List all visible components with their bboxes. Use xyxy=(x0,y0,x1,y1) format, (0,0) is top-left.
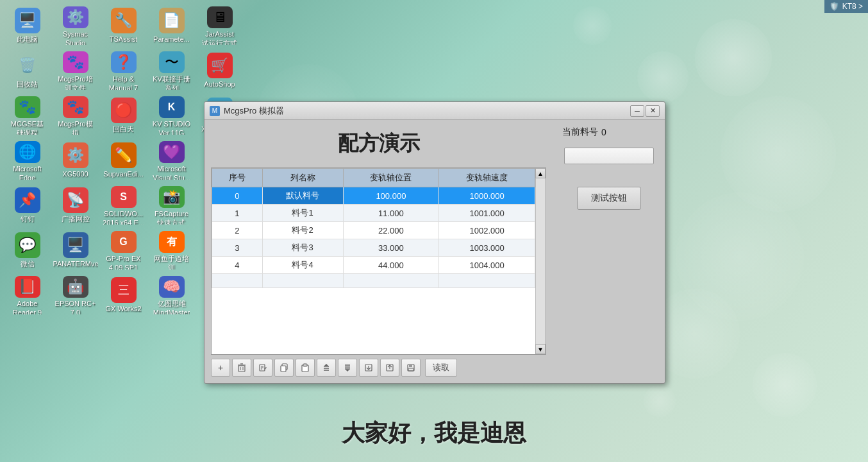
desktop-icon-guangbo[interactable]: 📡 广播网控 xyxy=(51,183,99,228)
save-button[interactable] xyxy=(401,359,421,377)
delete-button[interactable] xyxy=(232,359,251,377)
table-row-empty xyxy=(212,274,535,288)
desktop-icon-adobereader[interactable]: 📕 AdobeReader 9 xyxy=(3,273,51,318)
dialog-content: 配方演示 序号 列名称 变轨轴位置 变轨轴速度 xyxy=(204,120,665,383)
dialog-window: M McgsPro 模拟器 ─ ✕ 配方演示 序号 xyxy=(204,101,665,384)
import-button[interactable] xyxy=(380,359,399,377)
desktop-icon-mcgspro2[interactable]: 🐾 McgsPro培训文件 xyxy=(51,48,99,93)
desktop-icon-help[interactable]: ❓ Help &Manual 7 xyxy=(99,48,147,93)
table-row[interactable]: 4 料号4 44.000 1004.000 xyxy=(212,257,535,274)
mcgse-label: MCGSE基础课程 xyxy=(11,120,44,135)
close-button[interactable]: ✕ xyxy=(646,105,660,117)
minimize-button[interactable]: ─ xyxy=(630,105,644,117)
desktop-icon-solidworks[interactable]: S SOLIDWO...2016 x64 E... xyxy=(99,183,147,228)
desktop-icon-dingding[interactable]: 📌 钉钉 xyxy=(3,183,51,228)
back-label: 回白天 xyxy=(113,125,134,133)
desktop-icon-back[interactable]: 🔴 回白天 xyxy=(99,93,147,138)
read-button[interactable]: 读取 xyxy=(425,359,457,377)
table-row[interactable]: 3 料号3 33.000 1003.000 xyxy=(212,239,535,257)
desktop-icon-mcgse[interactable]: 🐾 MCGSE基础课程 xyxy=(3,93,51,138)
panasonic-icon: 🖥️ xyxy=(63,232,88,258)
desktop-icon-mindmaster[interactable]: 🧠 亿图思维MindMaster xyxy=(147,273,196,318)
table-scroll-area[interactable]: 序号 列名称 变轨轴位置 变轨轴速度 0 默认料号 10 xyxy=(212,168,535,354)
toolbar: + xyxy=(211,359,546,377)
desktop-icon-kvstudio[interactable]: K KV STUDIOVer.11G xyxy=(147,93,196,138)
vertical-scrollbar[interactable]: ▲ ▼ xyxy=(535,168,546,354)
move-down-icon xyxy=(343,363,352,372)
desktop-icon-gppro[interactable]: G GP-Pro EX4.09 SP1 xyxy=(99,228,147,273)
row-name: 默认料号 xyxy=(262,187,343,205)
test-button[interactable]: 测试按钮 xyxy=(577,187,641,210)
desktop-icon-parameters[interactable]: 📄 Paramete... xyxy=(147,3,196,48)
vs-icon: 💜 xyxy=(159,141,185,163)
desktop-icon-edge[interactable]: 🌐 MicrosoftEdge xyxy=(3,138,51,183)
table-row[interactable]: 2 料号2 22.000 1002.000 xyxy=(212,222,535,239)
edge-label: MicrosoftEdge xyxy=(13,165,42,180)
desktop-icon-autoshop[interactable]: 🛒 AutoShop xyxy=(196,48,244,93)
kvstudio-label: KV STUDIOVer.11G xyxy=(153,120,190,135)
desktop-icon-wangdao[interactable]: 有 网鱼手道培训 xyxy=(147,228,196,273)
desktop-icon-jarassist[interactable]: 🖥 JarAssist试运行方式 xyxy=(196,3,244,48)
copy-button[interactable] xyxy=(274,359,294,377)
tray-text: KT8 > xyxy=(842,2,863,11)
row-name: 料号1 xyxy=(262,205,343,222)
supvan-icon: ✏️ xyxy=(111,142,137,168)
edge-icon: 🌐 xyxy=(15,141,40,163)
wechat-icon: 💬 xyxy=(15,232,40,258)
data-table: 序号 列名称 变轨轴位置 变轨轴速度 0 默认料号 10 xyxy=(212,168,535,288)
row-speed: 1001.000 xyxy=(439,205,535,222)
paste-button[interactable] xyxy=(296,359,315,377)
desktop-icon-computer[interactable]: 🖥️ 此电脑 xyxy=(3,3,51,48)
scroll-right-button[interactable]: ► xyxy=(535,355,546,355)
scroll-left-button[interactable]: ◄ xyxy=(212,355,222,355)
desktop-icon-xg5000[interactable]: ⚙️ XG5000 xyxy=(51,138,99,183)
move-up-icon xyxy=(322,363,331,372)
desktop-icon-mcgspro3[interactable]: 🐾 McgsPro模拟 xyxy=(51,93,99,138)
horizontal-scrollbar[interactable]: ◄ ► xyxy=(212,354,546,355)
desktop-icon-wechat[interactable]: 💬 微信 xyxy=(3,228,51,273)
desktop-icon-kvmanual[interactable]: 〜 KV联接手册系列 xyxy=(147,48,196,93)
parameters-label: Paramete... xyxy=(153,35,190,44)
scroll-up-button[interactable]: ▲ xyxy=(535,168,546,178)
kvstudio-icon: K xyxy=(159,96,185,118)
desktop-icon-fscapture[interactable]: 📸 FSCapture快速方式 xyxy=(147,183,196,228)
recipe-dropdown[interactable]: ▼ xyxy=(564,148,654,164)
row-id: 3 xyxy=(212,239,263,257)
desktop-icon-supvan[interactable]: ✏️ SupvanEdi... xyxy=(99,138,147,183)
recycle-label: 回收站 xyxy=(17,80,38,89)
move-up-button[interactable] xyxy=(317,359,336,377)
desktop-icon-panasonic[interactable]: 🖥️ PANATERMver.6.0 xyxy=(51,228,99,273)
mcgspro2-label: McgsPro培训文件 xyxy=(58,75,92,90)
fscapture-icon: 📸 xyxy=(159,186,185,208)
delete-icon xyxy=(237,363,246,372)
export-button[interactable] xyxy=(359,359,378,377)
system-tray[interactable]: 🛡️ KT8 > xyxy=(824,0,868,13)
desktop-icon-tsassist[interactable]: 🔧 TSAssist xyxy=(99,3,147,48)
save-icon xyxy=(406,363,415,372)
dialog-titlebar: M McgsPro 模拟器 ─ ✕ xyxy=(204,102,665,120)
desktop-icon-gxworks[interactable]: 三 GX Works2 xyxy=(99,273,147,318)
wechat-label: 微信 xyxy=(21,260,35,268)
xg5000-icon: ⚙️ xyxy=(63,142,88,168)
guangbo-label: 广播网控 xyxy=(62,215,90,223)
move-down-button[interactable] xyxy=(338,359,357,377)
row-id: 2 xyxy=(212,222,263,239)
dropdown-input[interactable] xyxy=(565,151,665,160)
desktop-icon-sysmac[interactable]: ⚙️ SysmacStudio xyxy=(51,3,99,48)
back-icon: 🔴 xyxy=(111,98,137,123)
recycle-icon: 🗑️ xyxy=(15,53,40,78)
edit-button[interactable] xyxy=(253,359,272,377)
table-row[interactable]: 0 默认料号 100.000 1000.000 xyxy=(212,187,535,205)
add-button[interactable]: + xyxy=(211,359,230,377)
desktop-icon-recycle[interactable]: 🗑️ 回收站 xyxy=(3,48,51,93)
svg-rect-0 xyxy=(238,366,245,372)
desktop-icon-vs[interactable]: 💜 MicrosoftVisual Stu... xyxy=(147,138,196,183)
current-recipe-display: 当前料号 0 xyxy=(562,126,606,138)
export-icon xyxy=(364,363,373,372)
desktop-icon-epson[interactable]: 🤖 EPSON RC+7.0 xyxy=(51,273,99,318)
import-icon xyxy=(385,363,394,372)
row-name: 料号4 xyxy=(262,257,343,274)
table-row[interactable]: 1 料号1 11.000 1001.000 xyxy=(212,205,535,222)
scroll-down-button[interactable]: ▼ xyxy=(535,344,546,354)
dingding-label: 钉钉 xyxy=(21,215,35,223)
